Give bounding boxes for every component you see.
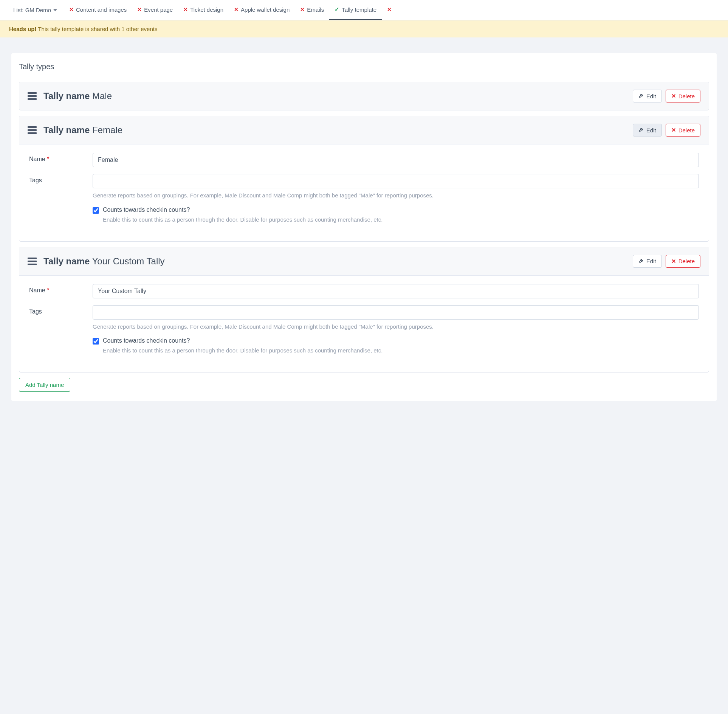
tally-title-name: Female bbox=[92, 125, 122, 135]
tab-overflow[interactable]: ✕ bbox=[382, 0, 399, 20]
delete-button[interactable]: ✕Delete bbox=[666, 124, 700, 137]
x-icon: ✕ bbox=[183, 6, 188, 12]
tally-title: Tally name Your Custom Tally bbox=[43, 256, 626, 267]
drag-handle-icon[interactable] bbox=[28, 126, 37, 134]
checkin-label: Counts towards checkin counts? bbox=[103, 337, 383, 344]
wrench-icon bbox=[638, 127, 644, 133]
tab-label: Event page bbox=[144, 6, 173, 13]
checkin-help-text: Enable this to count this as a person th… bbox=[103, 346, 383, 355]
tally-card: Tally name MaleEdit✕Delete bbox=[19, 82, 709, 110]
caret-down-icon bbox=[53, 9, 57, 11]
tally-title: Tally name Male bbox=[43, 91, 626, 101]
tally-types-panel: Tally types Tally name MaleEdit✕DeleteTa… bbox=[11, 53, 717, 401]
tab-event-page[interactable]: ✕Event page bbox=[132, 0, 178, 20]
tally-card: Tally name Your Custom TallyEdit✕DeleteN… bbox=[19, 247, 709, 373]
x-icon: ✕ bbox=[671, 93, 676, 99]
list-dropdown[interactable]: List: GM Demo bbox=[9, 1, 61, 19]
tally-actions: Edit✕Delete bbox=[633, 124, 700, 137]
tally-card-body: Name *TagsGenerate reports based on grou… bbox=[19, 144, 709, 241]
add-tally-button[interactable]: Add Tally name bbox=[19, 378, 70, 392]
tab-content-and-images[interactable]: ✕Content and images bbox=[64, 0, 132, 20]
delete-button[interactable]: ✕Delete bbox=[666, 255, 700, 268]
edit-label: Edit bbox=[646, 93, 656, 99]
wrench-icon bbox=[638, 93, 644, 99]
tally-card: Tally name FemaleEdit✕DeleteName *TagsGe… bbox=[19, 116, 709, 242]
tab-apple-wallet-design[interactable]: ✕Apple wallet design bbox=[229, 0, 295, 20]
required-mark: * bbox=[47, 287, 49, 293]
add-tally-label: Add Tally name bbox=[25, 382, 64, 388]
checkin-label: Counts towards checkin counts? bbox=[103, 206, 383, 213]
tab-emails[interactable]: ✕Emails bbox=[295, 0, 329, 20]
tally-card-header: Tally name Your Custom TallyEdit✕Delete bbox=[19, 247, 709, 275]
tally-title-name: Your Custom Tally bbox=[92, 256, 165, 266]
tally-title: Tally name Female bbox=[43, 125, 626, 135]
tags-help-text: Generate reports based on groupings. For… bbox=[93, 191, 699, 200]
tags-label: Tags bbox=[29, 305, 93, 315]
edit-label: Edit bbox=[646, 258, 656, 264]
delete-label: Delete bbox=[678, 258, 695, 264]
checkin-help-text: Enable this to count this as a person th… bbox=[103, 216, 383, 224]
edit-button[interactable]: Edit bbox=[633, 255, 662, 268]
tab-label: Tally template bbox=[342, 6, 376, 13]
x-icon: ✕ bbox=[300, 6, 305, 12]
x-icon: ✕ bbox=[137, 6, 142, 12]
tags-input[interactable] bbox=[93, 305, 699, 320]
check-icon: ✓ bbox=[335, 6, 339, 13]
x-icon: ✕ bbox=[671, 127, 676, 133]
tab-label: Emails bbox=[307, 6, 324, 13]
edit-button[interactable]: Edit bbox=[633, 124, 662, 137]
edit-button[interactable]: Edit bbox=[633, 90, 662, 102]
tab-label: Ticket design bbox=[190, 6, 223, 13]
drag-handle-icon[interactable] bbox=[28, 92, 37, 100]
tally-title-prefix: Tally name bbox=[43, 91, 90, 101]
alert-strong: Heads up! bbox=[9, 26, 37, 32]
tab-label: Apple wallet design bbox=[241, 6, 290, 13]
delete-label: Delete bbox=[678, 93, 695, 99]
list-dropdown-label: List: GM Demo bbox=[13, 7, 51, 13]
delete-button[interactable]: ✕Delete bbox=[666, 90, 700, 102]
x-icon: ✕ bbox=[387, 6, 392, 12]
tab-tally-template[interactable]: ✓Tally template bbox=[329, 0, 382, 20]
wrench-icon bbox=[638, 258, 644, 265]
tags-help-text: Generate reports based on groupings. For… bbox=[93, 323, 699, 331]
name-input[interactable] bbox=[93, 153, 699, 167]
tags-label: Tags bbox=[29, 174, 93, 184]
tags-input[interactable] bbox=[93, 174, 699, 188]
alert-banner: Heads up! This tally template is shared … bbox=[0, 20, 728, 37]
tally-card-body: Name *TagsGenerate reports based on grou… bbox=[19, 275, 709, 373]
tally-card-header: Tally name MaleEdit✕Delete bbox=[19, 82, 709, 110]
name-label: Name * bbox=[29, 284, 93, 294]
x-icon: ✕ bbox=[671, 258, 676, 265]
tally-title-prefix: Tally name bbox=[43, 125, 90, 135]
page-title: Tally types bbox=[19, 62, 709, 71]
checkin-checkbox[interactable] bbox=[93, 207, 99, 214]
x-icon: ✕ bbox=[234, 6, 239, 12]
checkin-checkbox[interactable] bbox=[93, 338, 99, 345]
tab-label: Content and images bbox=[76, 6, 127, 13]
delete-label: Delete bbox=[678, 127, 695, 133]
name-input[interactable] bbox=[93, 284, 699, 298]
edit-label: Edit bbox=[646, 127, 656, 133]
alert-text: This tally template is shared with 1 oth… bbox=[37, 26, 158, 32]
tally-card-header: Tally name FemaleEdit✕Delete bbox=[19, 116, 709, 144]
tally-title-name: Male bbox=[92, 91, 112, 101]
tab-ticket-design[interactable]: ✕Ticket design bbox=[178, 0, 229, 20]
required-mark: * bbox=[47, 156, 49, 162]
tally-actions: Edit✕Delete bbox=[633, 255, 700, 268]
tally-title-prefix: Tally name bbox=[43, 256, 90, 266]
drag-handle-icon[interactable] bbox=[28, 258, 37, 265]
nav-tabs: List: GM Demo ✕Content and images✕Event … bbox=[0, 0, 728, 20]
name-label: Name * bbox=[29, 153, 93, 163]
tally-actions: Edit✕Delete bbox=[633, 90, 700, 102]
x-icon: ✕ bbox=[69, 6, 74, 12]
